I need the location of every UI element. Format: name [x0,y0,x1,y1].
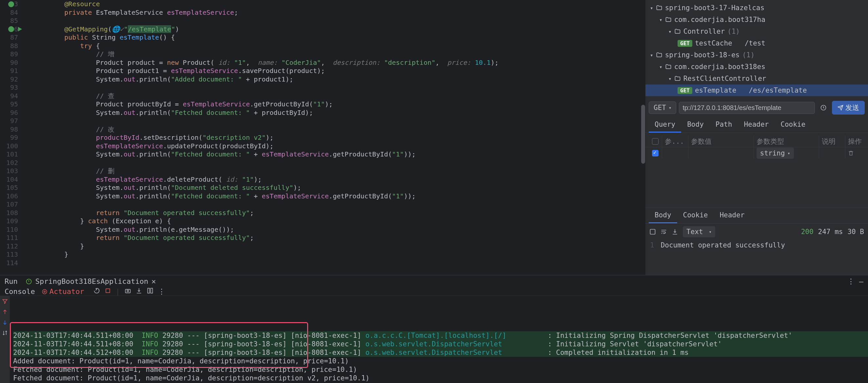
down-arrow-icon[interactable] [2,319,8,325]
filter-icon[interactable] [2,299,8,305]
svg-rect-1 [650,230,655,234]
http-method-select[interactable]: GET▾ [649,102,676,114]
request-tabs: QueryBodyPathHeaderCookie [645,117,868,133]
log-line: 2024-11-03T17:40:44.511+08:00 INFO 29280… [13,331,868,340]
code-area[interactable]: @Resource private EsTemplateService esTe… [25,0,645,275]
console-tab[interactable]: Console [5,287,35,295]
response-time: 247 ms [818,228,843,236]
line-gutter: 8384858687888990919293949596979899100101… [0,0,25,275]
tree-label: testCache [695,39,732,47]
rerun-icon[interactable] [93,287,100,295]
chevron-down-icon: ▾ [787,150,790,156]
run-config-tab[interactable]: SpringBoot318EsApplication ✕ [22,275,159,287]
chevron-down-icon: ▾ [669,29,672,35]
tree-item[interactable]: ▾Controller (1) [645,26,868,37]
request-url-input[interactable] [679,102,815,114]
layout-icon[interactable] [147,287,153,295]
spring-boot-icon [26,278,32,285]
svg-point-4 [43,291,45,292]
folder-icon [656,5,662,11]
spring-mapping-icon[interactable] [8,26,14,32]
resp-tab-cookie[interactable]: Cookie [677,208,714,223]
console-output[interactable]: 2024-11-03T17:40:44.511+08:00 INFO 29280… [0,296,868,383]
chevron-down-icon: ▾ [669,105,671,110]
folder-icon [665,64,672,70]
endpoints-tree: ▾spring-boot3-17-Hazelcas▾com.coderjia.b… [645,0,868,98]
log-line: Added document: Product(id=1, name=Coder… [13,357,868,365]
resp-tab-header[interactable]: Header [714,208,750,223]
log-line: 2024-11-03T17:40:44.511+08:00 INFO 29280… [13,340,868,348]
col-value: 参数值 [688,136,753,147]
http-method-badge: GET [678,40,692,47]
run-gutter-icon[interactable] [18,27,22,31]
folder-icon [665,16,672,23]
tree-item[interactable]: GETesTemplate/es/esTemplate [645,84,868,96]
chevron-down-icon: ▾ [669,76,672,82]
param-checkbox[interactable] [652,150,658,156]
log-line: Fetched document: Product(id=1, name=Cod… [13,365,868,374]
col-desc: 说明 [819,136,845,147]
screenshot-icon[interactable] [125,287,131,295]
wrap-icon[interactable] [660,229,667,235]
tree-item[interactable]: ▾com.coderjia.boot318es [645,61,868,73]
chevron-down-icon: ▾ [650,52,653,58]
tab-cookie[interactable]: Cookie [775,117,811,133]
tab-header[interactable]: Header [738,117,775,133]
chevron-down-icon: ▾ [659,17,662,23]
up-arrow-icon[interactable] [2,309,8,315]
tab-path[interactable]: Path [710,117,738,133]
svg-rect-5 [106,289,110,293]
resp-tab-body[interactable]: Body [649,208,677,223]
param-row[interactable]: string▾ [645,147,868,159]
params-header-row: 参... 参数值 参数类型 说明 操作 [645,136,868,147]
more-icon[interactable]: ⋮ [847,277,855,285]
tree-label: spring-boot3-18-es [665,51,740,59]
tab-query[interactable]: Query [649,117,681,133]
tree-label: com.coderjia.boot317ha [674,16,766,24]
log-line: 2024-11-03T17:40:44.512+08:00 INFO 29280… [13,348,868,357]
actuator-tab[interactable]: Actuator [42,287,84,295]
trash-icon[interactable] [848,150,854,156]
editor-pane: 8384858687888990919293949596979899100101… [0,0,645,275]
col-name: 参... [662,136,688,147]
send-button[interactable]: 发送 [832,101,865,114]
svg-point-3 [42,289,47,294]
tree-item[interactable]: ▾spring-boot3-18-es (1) [645,49,868,61]
tree-item[interactable]: ▾com.coderjia.boot317ha [645,14,868,26]
close-icon[interactable]: ✕ [151,277,156,285]
spring-bean-icon[interactable] [8,1,14,7]
run-toolwindow-header: Run SpringBoot318EsApplication ✕ ⋮ — [0,275,868,287]
tab-body[interactable]: Body [681,117,710,133]
tree-item[interactable]: ▾RestClientController [645,73,868,84]
response-format-select[interactable]: Text▾ [683,226,715,237]
tree-item[interactable]: ▾spring-boot3-17-Hazelcas [645,2,868,14]
param-type-select[interactable]: string▾ [756,148,794,159]
tree-item[interactable]: GETtestCache/test [645,37,868,49]
svg-point-7 [127,290,128,292]
response-body-text: Document operated successfully [661,241,785,249]
console-toolbar: Console Actuator | ⋮ [0,287,868,296]
download-icon[interactable] [672,229,678,235]
tree-label: esTemplate [695,86,736,94]
svg-rect-9 [151,288,153,293]
svg-rect-8 [148,288,150,293]
sort-icon[interactable] [2,330,8,336]
log-line: Fetched document: Product(id=1, name=Cod… [13,374,868,382]
svg-rect-6 [125,289,130,293]
more-icon[interactable]: ⋮ [158,287,165,295]
export-icon[interactable] [136,287,142,295]
stop-icon[interactable] [104,287,111,295]
history-icon[interactable] [817,102,829,114]
folder-icon [674,28,681,35]
tree-label: Controller [683,28,725,35]
format-icon[interactable] [649,229,656,235]
request-bar: GET▾ 发送 [645,98,868,117]
col-op: 操作 [845,136,865,147]
http-method-badge: GET [678,87,692,94]
folder-icon [656,52,662,58]
editor-scrollbar[interactable] [641,105,645,164]
response-tabs: BodyCookieHeader [645,208,868,223]
response-body[interactable]: 1 Document operated successfully [645,240,868,250]
minimize-icon[interactable]: — [859,277,863,285]
select-all-checkbox[interactable] [652,138,658,145]
